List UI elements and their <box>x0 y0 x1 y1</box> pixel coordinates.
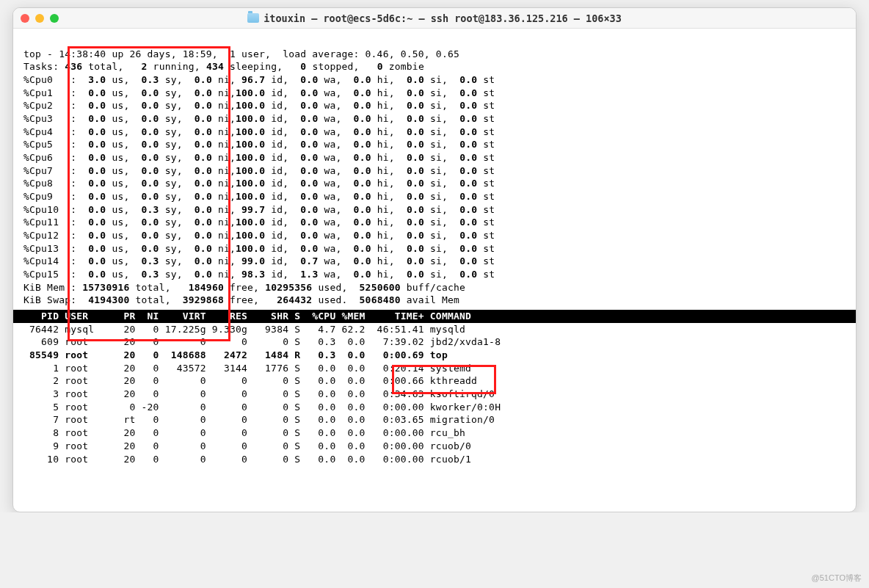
window-title: itouxin — root@ecs-5d6c:~ — ssh root@183… <box>13 12 856 24</box>
titlebar[interactable]: itouxin — root@ecs-5d6c:~ — ssh root@183… <box>13 8 856 29</box>
cpu-lines: %Cpu0 : 3.0 us, 0.3 sy, 0.0 ni, 96.7 id,… <box>23 74 495 280</box>
terminal-window: itouxin — root@ecs-5d6c:~ — ssh root@183… <box>12 7 857 512</box>
terminal-content[interactable]: top - 14:38:40 up 26 days, 18:59, 1 user… <box>13 29 856 512</box>
process-list: 76442 mysql 20 0 17.225g 9.330g 9384 S 4… <box>23 324 501 465</box>
mem-line: KiB Mem : 15730916 total, 184960 free, 1… <box>23 282 465 293</box>
process-header: PID USER PR NI VIRT RES SHR S %CPU %MEM … <box>13 310 856 323</box>
top-summary: top - 14:38:40 up 26 days, 18:59, 1 user… <box>23 48 459 59</box>
folder-icon <box>247 13 259 23</box>
window-title-text: itouxin — root@ecs-5d6c:~ — ssh root@183… <box>263 12 622 24</box>
swap-line: KiB Swap: 4194300 total, 3929868 free, 2… <box>23 294 459 305</box>
tasks-line: Tasks: 436 total, 2 running, 434 sleepin… <box>23 61 424 72</box>
